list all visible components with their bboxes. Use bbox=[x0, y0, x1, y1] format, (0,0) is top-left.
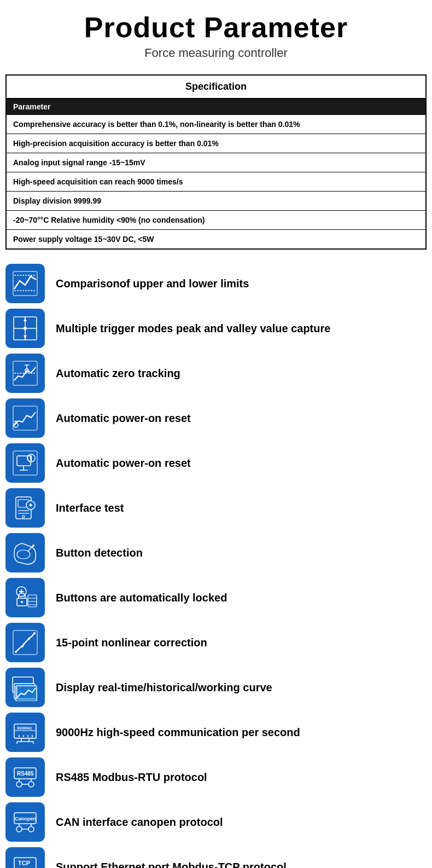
svg-rect-42 bbox=[28, 595, 37, 607]
feature-item: Automatic zero tracking bbox=[5, 354, 427, 393]
feature-item: Automatic power-on reset bbox=[5, 443, 427, 483]
spec-row: Analog input signal range -15~15mV bbox=[7, 153, 425, 172]
svg-point-36 bbox=[32, 545, 34, 547]
feature-label: Support Ethernet port Mobdus-TCP protoco… bbox=[56, 861, 287, 869]
comparison-icon bbox=[5, 264, 45, 303]
spec-row: Power supply voltage 15~30V DC, <5W bbox=[7, 230, 425, 248]
spec-row: High-precision acquisition accuracy is b… bbox=[7, 134, 425, 153]
spec-row: Comprehensive accuracy is better than 0.… bbox=[7, 115, 425, 134]
feature-label: Buttons are automatically locked bbox=[56, 592, 227, 604]
page-header: Product Parameter Force measuring contro… bbox=[0, 0, 432, 66]
svg-point-51 bbox=[33, 632, 36, 634]
svg-point-35 bbox=[17, 550, 30, 559]
spec-row: Display division 9999.99 bbox=[7, 192, 425, 211]
spec-column-header: Parameter bbox=[7, 99, 425, 115]
spec-table: Specification Parameter Comprehensive ac… bbox=[5, 74, 427, 250]
feature-item: Display real-time/historical/working cur… bbox=[5, 668, 427, 707]
svg-point-79 bbox=[16, 826, 22, 832]
svg-text:Canopen: Canopen bbox=[15, 816, 36, 821]
feature-item: 9000Hz 9000Hz high-speed communication p… bbox=[5, 713, 427, 752]
curve-display-icon bbox=[5, 668, 45, 707]
svg-point-72 bbox=[16, 782, 22, 787]
svg-text:RS485: RS485 bbox=[17, 771, 34, 777]
feature-label: Automatic power-on reset bbox=[56, 412, 191, 425]
features-list: Comparisonof upper and lower limits Mult… bbox=[0, 258, 432, 868]
nonlinear-icon bbox=[5, 623, 45, 662]
feature-label: Automatic power-on reset bbox=[56, 457, 191, 470]
svg-point-50 bbox=[28, 638, 30, 640]
feature-item: Canopen CAN interface canopen protocol bbox=[5, 802, 427, 842]
feature-label: 9000Hz high-speed communication per seco… bbox=[56, 726, 300, 739]
feature-item: Automatic power-on reset bbox=[5, 398, 427, 438]
feature-item: Button detection bbox=[5, 533, 427, 572]
svg-point-73 bbox=[28, 782, 34, 787]
spec-title: Specification bbox=[7, 76, 425, 99]
feature-item: RS485 RS485 Modbus-RTU protocol bbox=[5, 757, 427, 797]
feature-label: Automatic zero tracking bbox=[56, 367, 180, 380]
feature-label: CAN interface canopen protocol bbox=[56, 816, 223, 829]
rs485-icon: RS485 bbox=[5, 757, 45, 797]
feature-label: Interface test bbox=[56, 502, 124, 514]
feature-label: Button detection bbox=[56, 547, 143, 559]
feature-label: 15-point nonlinear correction bbox=[56, 636, 207, 649]
svg-point-80 bbox=[28, 826, 34, 832]
zero-tracking-icon bbox=[5, 354, 45, 393]
page-title: Product Parameter bbox=[5, 11, 427, 44]
svg-point-49 bbox=[21, 645, 24, 647]
interface-test-icon bbox=[5, 488, 45, 528]
feature-label: RS485 Modbus-RTU protocol bbox=[56, 771, 207, 784]
feature-item: TCP Support Ethernet port Mobdus-TCP pro… bbox=[5, 847, 427, 868]
button-detection-icon bbox=[5, 533, 45, 572]
feature-item: Comparisonof upper and lower limits bbox=[5, 264, 427, 303]
high-speed-comm-icon: 9000Hz bbox=[5, 713, 45, 752]
spec-row: High-speed acquisition can reach 9000 ti… bbox=[7, 172, 425, 192]
feature-label: Display real-time/historical/working cur… bbox=[56, 681, 272, 694]
feature-label: Comparisonof upper and lower limits bbox=[56, 277, 249, 290]
svg-point-31 bbox=[22, 516, 25, 518]
spec-row: -20~70°°C Relative humidity <90% (no con… bbox=[7, 211, 425, 230]
canopen-icon: Canopen bbox=[5, 802, 45, 842]
feature-label: Multiple trigger modes peak and valley v… bbox=[56, 322, 330, 335]
svg-point-41 bbox=[21, 601, 23, 603]
feature-item: Interface test bbox=[5, 488, 427, 528]
svg-marker-10 bbox=[24, 335, 27, 339]
svg-point-6 bbox=[24, 327, 27, 330]
tcp-icon: TCP bbox=[5, 847, 45, 868]
power-reset2-icon bbox=[5, 443, 45, 483]
auto-lock-icon bbox=[5, 578, 45, 617]
trigger-icon bbox=[5, 309, 45, 348]
svg-marker-8 bbox=[24, 318, 27, 321]
page-subtitle: Force measuring controller bbox=[5, 46, 427, 60]
feature-item: 15-point nonlinear correction bbox=[5, 623, 427, 662]
svg-text:TCP: TCP bbox=[18, 860, 30, 866]
svg-point-48 bbox=[15, 651, 17, 653]
svg-text:9000Hz: 9000Hz bbox=[17, 726, 32, 731]
feature-item: Multiple trigger modes peak and valley v… bbox=[5, 309, 427, 348]
feature-item: Buttons are automatically locked bbox=[5, 578, 427, 617]
power-reset-icon bbox=[5, 398, 45, 438]
